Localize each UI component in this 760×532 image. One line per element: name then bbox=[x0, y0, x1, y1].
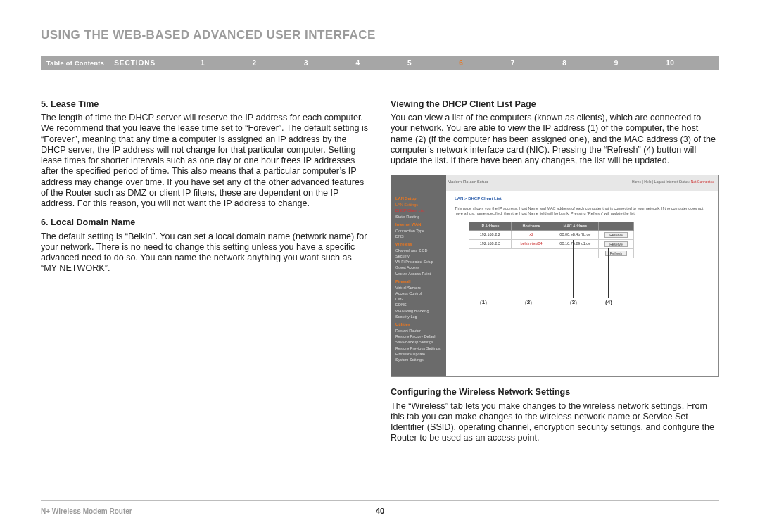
section-link-5[interactable]: 5 bbox=[407, 59, 412, 67]
callout-2: 2 bbox=[525, 299, 532, 306]
reserve-button[interactable]: Reserve bbox=[604, 241, 628, 247]
router-ui-screenshot: BELKIN Modem-Router Setup Home | Help | … bbox=[391, 175, 719, 377]
heading-wireless: Configuring the Wireless Network Setting… bbox=[391, 387, 719, 398]
callout-4: 4 bbox=[605, 299, 612, 306]
para-dhcp-client: You can view a list of the computers (kn… bbox=[391, 113, 719, 166]
table-row: 192.168.2.3 belkin-test04 00:16:76:29:c1… bbox=[469, 239, 634, 248]
callout-3: 3 bbox=[570, 299, 577, 306]
heading-lease-time: 5. Lease Time bbox=[41, 99, 369, 110]
para-lease-time: The length of time the DHCP server will … bbox=[41, 113, 369, 209]
col-ip: IP Address bbox=[469, 222, 512, 230]
para-wireless: The “Wireless” tab lets you make changes… bbox=[391, 401, 719, 444]
sections-label: SECTIONS bbox=[114, 59, 170, 67]
table-row: 192.168.2.2 x2 00:00:e8:4b:7b:ce Reserve bbox=[469, 230, 634, 239]
toc-link[interactable]: Table of Contents bbox=[41, 60, 114, 67]
reserve-button[interactable]: Reserve bbox=[604, 232, 628, 238]
right-column: Viewing the DHCP Client List Page You ca… bbox=[391, 99, 719, 452]
col-host: Hostname bbox=[511, 222, 552, 230]
section-link-3[interactable]: 3 bbox=[304, 59, 308, 67]
breadcrumb: LAN > DHCP Client List bbox=[455, 196, 711, 201]
section-link-7[interactable]: 7 bbox=[511, 59, 515, 67]
col-action bbox=[599, 222, 634, 230]
dhcp-table: IP Address Hostname MAC Address 192.168.… bbox=[469, 222, 634, 258]
para-local-domain: The default setting is “Belkin”. You can… bbox=[41, 232, 369, 274]
panel-description: This page shows you the IP address, Host… bbox=[455, 206, 711, 216]
callout-1: 1 bbox=[480, 299, 487, 306]
section-navbar: Table of Contents SECTIONS 12345678910 bbox=[41, 56, 719, 70]
router-main-panel: LAN > DHCP Client List This page shows y… bbox=[446, 175, 718, 376]
heading-local-domain: 6. Local Domain Name bbox=[41, 217, 369, 228]
page-title: USING THE WEB-BASED ADVANCED USER INTERF… bbox=[41, 28, 719, 42]
footer-product: N+ Wireless Modem Router bbox=[41, 507, 132, 515]
heading-dhcp-client: Viewing the DHCP Client List Page bbox=[391, 99, 719, 110]
section-link-1[interactable]: 1 bbox=[201, 59, 205, 67]
table-row: Refresh bbox=[469, 248, 634, 258]
left-column: 5. Lease Time The length of time the DHC… bbox=[41, 99, 369, 452]
col-mac: MAC Address bbox=[552, 222, 599, 230]
section-link-8[interactable]: 8 bbox=[562, 59, 566, 67]
section-link-4[interactable]: 4 bbox=[355, 59, 360, 67]
section-link-9[interactable]: 9 bbox=[614, 59, 619, 67]
section-link-6[interactable]: 6 bbox=[459, 59, 463, 67]
router-sidebar: LAN Setup LAN Settings DHCP Client List … bbox=[391, 175, 446, 376]
section-link-2[interactable]: 2 bbox=[252, 59, 256, 67]
section-link-10[interactable]: 10 bbox=[666, 59, 674, 67]
footer-rule bbox=[41, 500, 719, 501]
footer-page-number: 40 bbox=[376, 507, 384, 515]
